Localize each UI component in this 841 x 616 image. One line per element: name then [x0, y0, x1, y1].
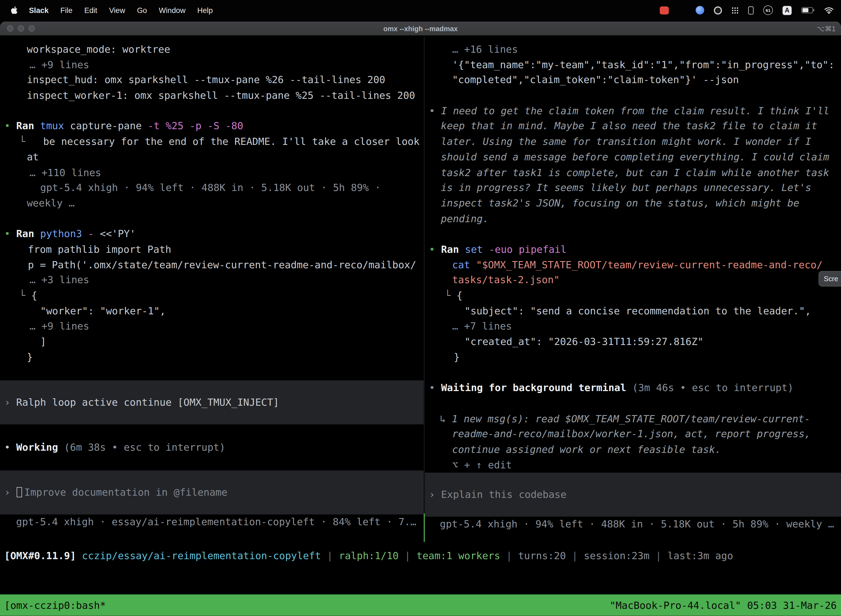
close-button[interactable]: [7, 25, 13, 31]
text-segment: cczip/essay/ai-reimplementation-copyleft: [82, 550, 321, 561]
terminal-line: [0, 455, 424, 471]
menu-go[interactable]: Go: [131, 6, 153, 14]
text-segment: └: [19, 290, 31, 301]
terminal-line: should send a message before completing …: [425, 150, 841, 165]
screen-capture-overlay[interactable]: Scre: [818, 271, 841, 286]
text-segment: <<'PY': [100, 228, 136, 239]
terminal-line: inspect task2's JSON, focusing on the st…: [425, 196, 841, 211]
terminal-line: workspace_mode: worktree: [0, 42, 424, 57]
menu-app-name[interactable]: Slack: [23, 6, 55, 14]
terminal-line: … +9 lines: [0, 319, 424, 334]
app-icon-dark[interactable]: [714, 6, 722, 14]
text-segment: … +7 lines: [452, 320, 512, 332]
terminal-line: [425, 88, 841, 104]
menu-edit[interactable]: Edit: [78, 6, 103, 14]
composer-input[interactable]: › Explain this codebase: [425, 473, 841, 517]
display-mirror-icon[interactable]: [748, 6, 753, 14]
text-segment: "completed","claim_token":"claim-token"}…: [452, 74, 739, 85]
text-segment: readme-and-reco/mailbox/worker-1.json, a…: [452, 428, 811, 440]
text-segment: -: [88, 228, 100, 239]
screen-recording-icon[interactable]: [660, 6, 669, 14]
tmux-host-time: "MacBook-Pro-44.local" 05:03 31-Mar-26: [610, 600, 837, 611]
text-segment: inspect_hud: omx sparkshell --tmux-pane …: [27, 74, 385, 85]
text-segment: •: [429, 105, 441, 116]
terminal-line: gpt-5.4 xhigh · essay/ai-reimplementatio…: [0, 515, 424, 530]
text-segment: set: [465, 243, 489, 255]
terminal-line: p = Path('.omx/state/team/review-current…: [0, 257, 424, 273]
text-segment: |: [500, 550, 518, 561]
menu-help[interactable]: Help: [192, 6, 219, 14]
text-segment: team:1 workers: [417, 550, 500, 561]
text-segment: └: [19, 136, 31, 147]
text-segment: python3: [40, 228, 88, 239]
text-segment: Waiting for background terminal: [441, 382, 626, 393]
app-icon-blue[interactable]: [696, 6, 704, 14]
menu-view[interactable]: View: [103, 6, 131, 14]
terminal-line: keep that in mind. Maybe I also need the…: [425, 119, 841, 134]
text-segment: ⌥ + ↑ edit: [452, 459, 512, 470]
text-segment: Improve documentation in @filename: [24, 487, 227, 498]
text-segment: … +16 lines: [452, 43, 518, 55]
menu-file[interactable]: File: [54, 6, 78, 14]
text-segment: |: [399, 550, 417, 561]
terminal-line: "subject": "send a concise recommendatio…: [425, 304, 841, 319]
text-segment: ›: [4, 487, 16, 498]
zoom-button[interactable]: [28, 25, 35, 31]
text-segment: ›: [429, 489, 441, 500]
terminal-line: … +3 lines: [0, 273, 424, 288]
tmux-status-bar: [omx-cczip0:bash* "MacBook-Pro-44.local"…: [0, 594, 841, 616]
input-source-icon[interactable]: A: [782, 6, 792, 15]
terminal-line: is in progress? It seems likely but perh…: [425, 180, 841, 196]
left-terminal-pane[interactable]: workspace_mode: worktree… +9 linesinspec…: [0, 37, 424, 542]
terminal-line: • Ran tmux capture-pane -t %25 -p -S -80: [0, 119, 424, 134]
terminal-line: gpt-5.4 xhigh · 94% left · 488K in · 5.1…: [0, 180, 424, 196]
text-segment: ]: [40, 336, 46, 347]
tmux-session-label: [omx-cczip0:bash*: [4, 600, 106, 611]
terminal-line: from pathlib import Path: [0, 242, 424, 258]
terminal-line: later. Using the same for transition mig…: [425, 134, 841, 150]
text-segment: … +9 lines: [29, 320, 89, 332]
pane-divider-active: [424, 513, 425, 542]
text-segment: (6m 38s • esc to interrupt): [58, 441, 225, 453]
composer-input[interactable]: › Ralph loop active continue [OMX_TMUX_I…: [0, 380, 424, 424]
text-segment: Working: [16, 441, 58, 453]
menu-window[interactable]: Window: [153, 6, 192, 14]
text-segment: should send a message before completing …: [441, 151, 829, 163]
dots-grid-icon[interactable]: [731, 7, 738, 13]
grid-icon[interactable]: [678, 7, 686, 13]
pane-divider[interactable]: [424, 37, 425, 542]
text-segment: turns:20: [518, 550, 566, 561]
text-segment: ›: [4, 396, 16, 408]
terminal-line: [0, 104, 424, 119]
text-segment: capture-pane: [70, 120, 148, 132]
window-titlebar[interactable]: omx --xhigh --madmax ⌥⌘1: [0, 22, 841, 36]
terminal-line: [425, 227, 841, 242]
terminal-line: └ {: [0, 288, 424, 304]
right-terminal-pane[interactable]: … +16 lines'{"team_name":"my-team","task…: [425, 37, 841, 542]
battery-gauge-icon[interactable]: 61: [763, 5, 773, 15]
terminal-line: [0, 211, 424, 227]
text-segment: workspace_mode: worktree: [27, 43, 170, 55]
text-segment: "$OMX_TEAM_STATE_ROOT/team/review-curren…: [476, 259, 822, 270]
text-segment: tmux: [40, 120, 70, 132]
text-segment: session:23m: [584, 550, 649, 561]
wifi-icon[interactable]: [825, 7, 834, 13]
battery-icon[interactable]: [801, 7, 815, 13]
composer-input[interactable]: › Improve documentation in @filename: [0, 471, 424, 515]
text-segment: |: [566, 550, 584, 561]
terminal-line: "completed","claim_token":"claim-token"}…: [425, 73, 841, 88]
terminal-line: at: [0, 150, 424, 165]
text-segment: gpt-5.4 xhigh · 94% left · 488K in · 5.1…: [440, 518, 834, 529]
terminal-line: ]: [0, 334, 424, 350]
minimize-button[interactable]: [18, 25, 24, 31]
terminal-line: "created_at": "2026-03-31T11:59:27.816Z": [425, 334, 841, 350]
terminal-line: [0, 424, 424, 440]
apple-menu-icon[interactable]: [7, 6, 23, 14]
text-segment: "subject": "send a concise recommendatio…: [464, 305, 811, 316]
text-segment: gpt-5.4 xhigh · 94% left · 488K in · 5.1…: [40, 182, 381, 193]
text-segment: •: [4, 441, 16, 453]
menu-bar-menus: Slack File Edit View Go Window Help: [7, 6, 218, 14]
text-segment: 1 new msg(s): read $OMX_TEAM_STATE_ROOT/…: [452, 413, 810, 424]
text-segment: •: [429, 243, 441, 255]
text-segment: keep that in mind. Maybe I also need the…: [441, 120, 817, 132]
